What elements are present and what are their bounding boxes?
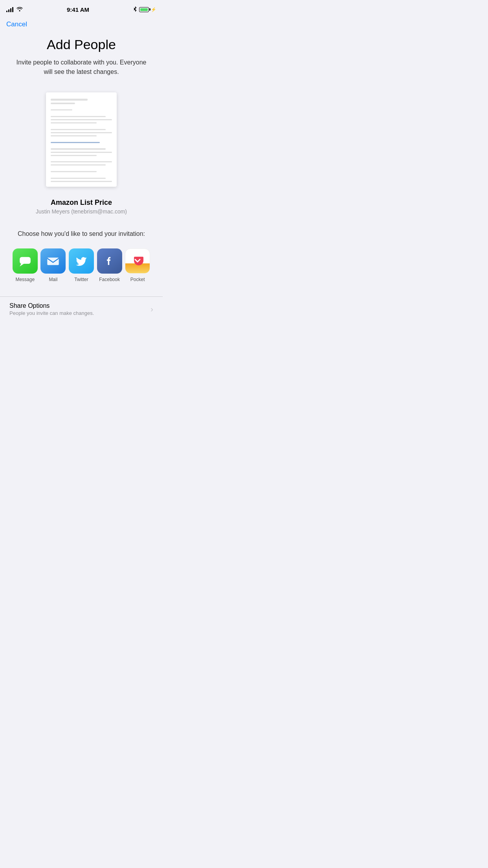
share-options-text: Share Options People you invite can make… [9,302,94,316]
file-info: Amazon List Price Justin Meyers (tenebri… [36,199,127,215]
subtitle-text: Invite people to collaborate with you. E… [9,58,153,77]
wifi-icon [17,6,23,13]
battery-indicator [139,7,149,12]
pocket-label: Pocket [130,277,145,282]
message-label: Message [15,277,35,282]
status-bar: 9:41 AM ⚡ [0,0,163,17]
file-owner: Justin Meyers (tenebrism@mac.com) [36,208,127,215]
doc-line [51,99,88,101]
share-item-twitter[interactable]: Twitter [69,248,94,282]
time-display: 9:41 AM [67,6,89,13]
twitter-label: Twitter [74,277,88,282]
facebook-icon [97,248,122,274]
doc-line [51,119,112,120]
nav-bar: Cancel [0,17,163,33]
signal-icon [6,7,13,12]
share-item-mail[interactable]: Mail [40,248,66,282]
share-options-footer[interactable]: Share Options People you invite can make… [0,296,163,322]
doc-line [51,164,106,166]
status-right: ⚡ [133,6,156,13]
doc-line [51,161,112,162]
svg-rect-0 [20,257,31,264]
invitation-prompt: Choose how you'd like to send your invit… [18,230,145,237]
share-item-message[interactable]: Message [13,248,38,282]
mail-icon [40,248,66,274]
doc-line [51,178,106,179]
doc-line [51,116,106,117]
share-options-title: Share Options [9,302,94,309]
share-item-pocket[interactable]: Pocket [125,248,150,282]
twitter-icon [69,248,94,274]
doc-line [51,171,97,172]
facebook-label: Facebook [99,277,120,282]
doc-line [51,181,112,182]
doc-line [51,103,75,104]
svg-marker-1 [20,264,24,267]
share-item-facebook[interactable]: Facebook [97,248,122,282]
doc-line [51,129,106,130]
doc-line [51,135,97,136]
doc-line [51,152,112,153]
file-name: Amazon List Price [36,199,127,207]
bluetooth-icon [133,6,137,13]
page-title: Add People [47,37,116,52]
message-icon [13,248,38,274]
pocket-icon [125,248,150,274]
share-icons-row: Message Mail Twitter [9,248,153,282]
doc-line [51,148,106,149]
mail-label: Mail [49,277,57,282]
doc-line [51,122,97,123]
document-preview [46,92,117,187]
cancel-button[interactable]: Cancel [6,19,27,30]
doc-line [51,155,97,156]
doc-line [51,132,112,133]
doc-link [51,142,100,143]
charging-icon: ⚡ [151,7,156,12]
main-content: Add People Invite people to collaborate … [0,33,163,289]
status-left [6,6,23,13]
share-options-subtitle: People you invite can make changes. [9,310,94,316]
chevron-right-icon: › [150,305,153,314]
doc-line [51,109,72,110]
svg-rect-2 [48,257,59,265]
